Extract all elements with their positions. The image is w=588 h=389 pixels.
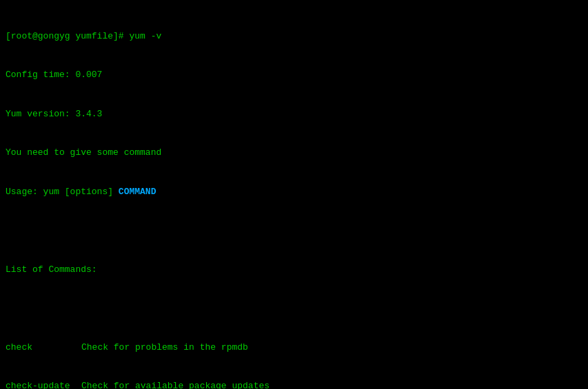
need-command: You need to give some command — [6, 147, 582, 160]
cmd-check-update: check-update Check for available package… — [6, 380, 582, 389]
blank1 — [6, 224, 582, 238]
yum-version: Yum version: 3.4.3 — [6, 108, 582, 121]
list-header: List of Commands: — [6, 264, 582, 277]
config-line: Config time: 0.007 — [6, 69, 582, 82]
usage-line: Usage: yum [options] COMMAND — [6, 186, 582, 199]
terminal-window: [root@gongyg yumfile]# yum -v Config tim… — [6, 4, 582, 389]
prompt-line: [root@gongyg yumfile]# yum -v — [6, 30, 582, 43]
command-highlight: COMMAND — [119, 187, 156, 197]
cmd-check: check Check for problems in the rpmdb — [6, 341, 582, 355]
blank2 — [6, 302, 582, 315]
